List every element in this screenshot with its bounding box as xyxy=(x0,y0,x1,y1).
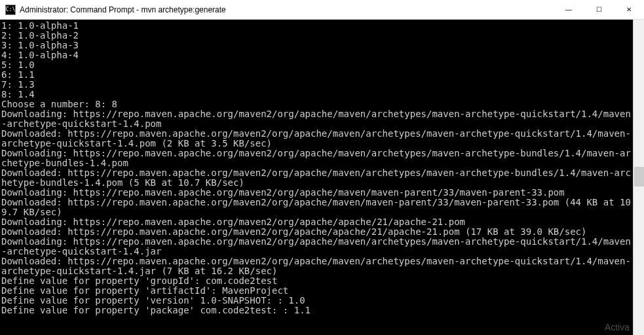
minimize-button[interactable]: — xyxy=(554,0,584,20)
window-controls: — ☐ ✕ xyxy=(554,0,644,20)
vertical-scrollbar[interactable] xyxy=(633,20,644,335)
cmd-icon: C:\ xyxy=(5,5,16,15)
titlebar[interactable]: C:\ Administrator: Command Prompt - mvn … xyxy=(0,0,644,20)
command-prompt-window: C:\ Administrator: Command Prompt - mvn … xyxy=(0,0,644,335)
window-title: Administrator: Command Prompt - mvn arch… xyxy=(20,5,554,14)
close-button[interactable]: ✕ xyxy=(614,0,644,20)
terminal-area: 1: 1.0-alpha-1 2: 1.0-alpha-2 3: 1.0-alp… xyxy=(0,20,644,335)
terminal-output[interactable]: 1: 1.0-alpha-1 2: 1.0-alpha-2 3: 1.0-alp… xyxy=(0,20,633,335)
maximize-button[interactable]: ☐ xyxy=(584,0,614,20)
scrollbar-thumb[interactable] xyxy=(634,167,644,186)
